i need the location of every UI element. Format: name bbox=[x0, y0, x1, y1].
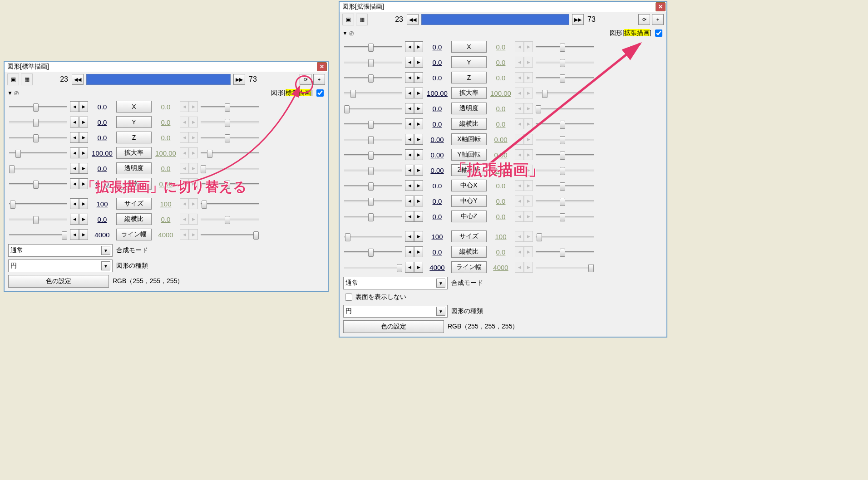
slider[interactable] bbox=[536, 196, 594, 206]
object-enable-checkbox[interactable] bbox=[316, 89, 324, 97]
param-name-button[interactable]: Y bbox=[451, 56, 487, 68]
slider[interactable] bbox=[344, 119, 402, 128]
step-buttons[interactable]: ◀▶ bbox=[515, 118, 533, 129]
timeline[interactable] bbox=[86, 74, 231, 85]
param-name-button[interactable]: 中心Z bbox=[451, 211, 487, 222]
param-value-right[interactable]: 0.0 bbox=[488, 105, 514, 113]
param-value-left[interactable]: 0.0 bbox=[424, 43, 450, 51]
slider[interactable] bbox=[9, 164, 67, 173]
slider[interactable] bbox=[344, 247, 402, 256]
slider[interactable] bbox=[344, 212, 402, 221]
object-type-label[interactable]: 図形[標準描画] bbox=[271, 89, 313, 97]
param-name-button[interactable]: X bbox=[451, 41, 487, 53]
step-buttons[interactable]: ◀▶ bbox=[180, 147, 198, 158]
step-left-icon[interactable]: ◀ bbox=[405, 134, 414, 145]
titlebar[interactable]: 図形[標準描画] ✕ bbox=[5, 62, 328, 72]
slider[interactable] bbox=[9, 199, 67, 208]
slider[interactable] bbox=[9, 118, 67, 127]
slider[interactable] bbox=[536, 58, 594, 67]
slider[interactable] bbox=[344, 166, 402, 175]
slider[interactable] bbox=[344, 58, 402, 67]
step-right-icon[interactable]: ▶ bbox=[414, 196, 423, 206]
param-name-button[interactable]: ライン幅 bbox=[451, 261, 487, 273]
grid-icon[interactable]: ▦ bbox=[356, 14, 368, 25]
slider[interactable] bbox=[9, 215, 67, 224]
param-name-button[interactable]: サイズ bbox=[116, 198, 152, 210]
step-left-icon[interactable]: ◀ bbox=[70, 117, 79, 127]
param-value-right[interactable]: 0.0 bbox=[488, 74, 514, 82]
slider[interactable] bbox=[536, 119, 594, 128]
step-left-icon[interactable]: ◀ bbox=[405, 262, 414, 273]
step-buttons[interactable]: ◀▶ bbox=[405, 118, 423, 129]
slider[interactable] bbox=[344, 150, 402, 159]
param-value-right[interactable]: 0.0 bbox=[153, 216, 179, 223]
frame-start[interactable]: 23 bbox=[50, 75, 70, 83]
step-right-icon[interactable]: ▶ bbox=[79, 147, 88, 158]
param-value-right[interactable]: 4000 bbox=[488, 264, 514, 271]
step-buttons[interactable]: ◀▶ bbox=[515, 165, 533, 176]
step-left-icon[interactable]: ◀ bbox=[405, 103, 414, 114]
param-value-left[interactable]: 0.00 bbox=[424, 151, 450, 159]
param-name-button[interactable]: 回転 bbox=[116, 178, 152, 190]
step-buttons[interactable]: ◀▶ bbox=[405, 149, 423, 160]
slider[interactable] bbox=[201, 215, 259, 224]
color-settings-button[interactable]: 色の設定 bbox=[343, 320, 444, 333]
grid-icon[interactable]: ▦ bbox=[21, 73, 33, 85]
step-buttons[interactable]: ◀▶ bbox=[405, 196, 423, 206]
step-right-icon[interactable]: ▶ bbox=[414, 88, 423, 98]
step-left-icon[interactable]: ◀ bbox=[405, 246, 414, 257]
param-value-right[interactable]: 0.0 bbox=[488, 120, 514, 128]
param-value-right[interactable]: 0.00 bbox=[488, 136, 514, 143]
plus-icon[interactable]: + bbox=[652, 14, 664, 25]
step-left-icon[interactable]: ◀ bbox=[405, 231, 414, 242]
step-left-icon[interactable]: ◀ bbox=[70, 163, 79, 174]
object-enable-checkbox[interactable] bbox=[655, 29, 662, 37]
step-buttons[interactable]: ◀▶ bbox=[405, 41, 423, 52]
slider[interactable] bbox=[536, 212, 594, 221]
step-buttons[interactable]: ◀▶ bbox=[515, 57, 533, 68]
step-buttons[interactable]: ◀▶ bbox=[180, 198, 198, 209]
step-buttons[interactable]: ◀▶ bbox=[180, 117, 198, 127]
close-icon[interactable]: ✕ bbox=[656, 2, 666, 11]
param-value-right[interactable]: 0.0 bbox=[153, 103, 179, 111]
param-name-button[interactable]: Y軸回転 bbox=[451, 149, 487, 161]
shape-type-select[interactable]: 円▼ bbox=[8, 260, 113, 272]
step-left-icon[interactable]: ◀ bbox=[405, 88, 414, 98]
step-buttons[interactable]: ◀▶ bbox=[405, 103, 423, 114]
param-value-right[interactable]: 0.0 bbox=[488, 213, 514, 220]
step-left-icon[interactable]: ◀ bbox=[70, 132, 79, 143]
step-buttons[interactable]: ◀▶ bbox=[515, 41, 533, 52]
step-left-icon[interactable]: ◀ bbox=[70, 229, 79, 240]
slider[interactable] bbox=[201, 148, 259, 157]
step-buttons[interactable]: ◀▶ bbox=[70, 198, 88, 209]
param-value-left[interactable]: 4000 bbox=[89, 231, 115, 239]
plus-icon[interactable]: + bbox=[313, 74, 325, 85]
slider[interactable] bbox=[536, 73, 594, 82]
param-value-left[interactable]: 4000 bbox=[424, 264, 450, 271]
param-value-left[interactable]: 100 bbox=[89, 200, 115, 208]
step-left-icon[interactable]: ◀ bbox=[405, 211, 414, 222]
step-right-icon[interactable]: ▶ bbox=[79, 163, 88, 174]
rewind-icon[interactable]: ◀◀ bbox=[407, 14, 419, 25]
step-right-icon[interactable]: ▶ bbox=[79, 101, 88, 112]
step-right-icon[interactable]: ▶ bbox=[414, 118, 423, 129]
param-value-left[interactable]: 0.0 bbox=[89, 165, 115, 172]
param-value-right[interactable]: 100 bbox=[153, 200, 179, 208]
param-value-right[interactable]: 0.00 bbox=[488, 167, 514, 174]
param-value-left[interactable]: 100.00 bbox=[89, 149, 115, 157]
step-right-icon[interactable]: ▶ bbox=[414, 231, 423, 242]
frame-end[interactable]: 73 bbox=[247, 75, 269, 83]
slider[interactable] bbox=[9, 179, 67, 188]
step-buttons[interactable]: ◀▶ bbox=[180, 214, 198, 225]
step-left-icon[interactable]: ◀ bbox=[405, 165, 414, 176]
step-buttons[interactable]: ◀▶ bbox=[515, 262, 533, 273]
step-right-icon[interactable]: ▶ bbox=[414, 103, 423, 114]
param-value-right[interactable]: 0.0 bbox=[488, 197, 514, 205]
step-right-icon[interactable]: ▶ bbox=[414, 246, 423, 257]
slider[interactable] bbox=[201, 230, 259, 239]
param-name-button[interactable]: Z軸回転 bbox=[451, 164, 487, 176]
step-left-icon[interactable]: ◀ bbox=[405, 72, 414, 83]
forward-icon[interactable]: ▶▶ bbox=[572, 14, 584, 25]
blend-mode-select[interactable]: 通常▼ bbox=[343, 277, 448, 289]
forward-icon[interactable]: ▶▶ bbox=[233, 74, 245, 85]
